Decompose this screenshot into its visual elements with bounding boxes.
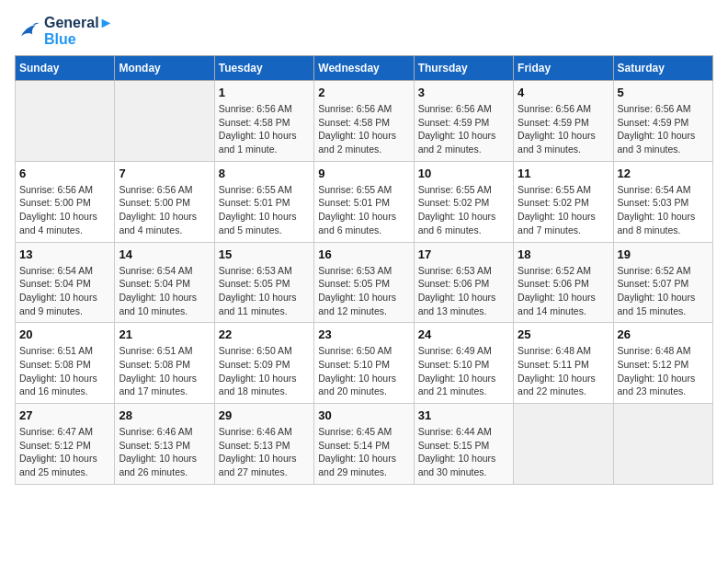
calendar-cell: 31Sunrise: 6:44 AMSunset: 5:15 PMDayligh… [414,404,513,485]
day-info: Sunrise: 6:55 AMSunset: 5:02 PMDaylight:… [518,183,609,237]
day-info: Sunrise: 6:48 AMSunset: 5:11 PMDaylight:… [518,344,609,398]
day-number: 26 [618,327,709,341]
day-info: Sunrise: 6:55 AMSunset: 5:02 PMDaylight:… [418,183,509,237]
day-info: Sunrise: 6:48 AMSunset: 5:12 PMDaylight:… [618,344,709,398]
day-info: Sunrise: 6:50 AMSunset: 5:09 PMDaylight:… [219,344,310,398]
day-number: 27 [19,408,110,422]
calendar-cell [613,404,712,485]
calendar-cell: 24Sunrise: 6:49 AMSunset: 5:10 PMDayligh… [414,323,513,404]
calendar-cell: 15Sunrise: 6:53 AMSunset: 5:05 PMDayligh… [214,242,313,323]
day-info: Sunrise: 6:54 AMSunset: 5:03 PMDaylight:… [618,183,709,237]
day-info: Sunrise: 6:46 AMSunset: 5:13 PMDaylight:… [219,425,310,479]
day-number: 28 [119,408,210,422]
logo-line2: Blue [44,31,113,48]
day-number: 24 [418,327,509,341]
calendar-cell: 22Sunrise: 6:50 AMSunset: 5:09 PMDayligh… [214,323,313,404]
calendar-cell: 26Sunrise: 6:48 AMSunset: 5:12 PMDayligh… [613,323,712,404]
day-number: 14 [119,247,210,261]
day-number: 6 [19,167,110,180]
day-info: Sunrise: 6:56 AMSunset: 5:00 PMDaylight:… [119,183,210,237]
day-info: Sunrise: 6:52 AMSunset: 5:06 PMDaylight:… [518,264,609,318]
day-number: 5 [618,86,709,99]
day-number: 12 [618,167,709,180]
day-number: 21 [119,327,210,341]
day-number: 11 [518,167,609,180]
day-info: Sunrise: 6:51 AMSunset: 5:08 PMDaylight:… [19,344,110,398]
day-number: 3 [418,86,509,99]
calendar-cell [514,404,613,485]
day-of-week-header: Saturday [613,56,712,81]
day-number: 30 [318,408,409,422]
day-info: Sunrise: 6:52 AMSunset: 5:07 PMDaylight:… [618,264,709,318]
day-number: 16 [318,247,409,261]
day-info: Sunrise: 6:55 AMSunset: 5:01 PMDaylight:… [219,183,310,237]
calendar-cell: 23Sunrise: 6:50 AMSunset: 5:10 PMDayligh… [314,323,414,404]
day-number: 10 [418,167,509,180]
day-info: Sunrise: 6:54 AMSunset: 5:04 PMDaylight:… [119,264,210,318]
day-number: 25 [518,327,609,341]
day-of-week-header: Wednesday [314,56,414,81]
calendar-cell: 19Sunrise: 6:52 AMSunset: 5:07 PMDayligh… [613,242,712,323]
calendar-week-row: 6Sunrise: 6:56 AMSunset: 5:00 PMDaylight… [16,161,713,242]
day-info: Sunrise: 6:54 AMSunset: 5:04 PMDaylight:… [19,264,110,318]
page-header: General► Blue [15,15,713,48]
day-number: 23 [318,327,409,341]
days-of-week-row: SundayMondayTuesdayWednesdayThursdayFrid… [16,56,713,81]
day-number: 7 [119,167,210,180]
day-of-week-header: Monday [115,56,214,81]
day-info: Sunrise: 6:56 AMSunset: 4:59 PMDaylight:… [518,102,609,156]
logo-icon [15,18,40,44]
calendar-cell: 28Sunrise: 6:46 AMSunset: 5:13 PMDayligh… [115,404,214,485]
day-info: Sunrise: 6:56 AMSunset: 5:00 PMDaylight:… [19,183,110,237]
day-info: Sunrise: 6:56 AMSunset: 4:59 PMDaylight:… [618,102,709,156]
day-info: Sunrise: 6:55 AMSunset: 5:01 PMDaylight:… [318,183,409,237]
calendar-week-row: 27Sunrise: 6:47 AMSunset: 5:12 PMDayligh… [16,404,713,485]
calendar-cell: 27Sunrise: 6:47 AMSunset: 5:12 PMDayligh… [16,404,115,485]
calendar-cell: 16Sunrise: 6:53 AMSunset: 5:05 PMDayligh… [314,242,414,323]
calendar-cell [16,81,115,162]
logo-line1: General► [44,15,113,31]
calendar-cell: 21Sunrise: 6:51 AMSunset: 5:08 PMDayligh… [115,323,214,404]
day-number: 1 [219,86,310,99]
day-info: Sunrise: 6:56 AMSunset: 4:58 PMDaylight:… [318,102,409,156]
day-info: Sunrise: 6:56 AMSunset: 4:59 PMDaylight:… [418,102,509,156]
day-of-week-header: Sunday [16,56,115,81]
calendar-cell: 17Sunrise: 6:53 AMSunset: 5:06 PMDayligh… [414,242,513,323]
calendar-body: 1Sunrise: 6:56 AMSunset: 4:58 PMDaylight… [16,81,713,485]
calendar-cell: 29Sunrise: 6:46 AMSunset: 5:13 PMDayligh… [214,404,313,485]
calendar-week-row: 20Sunrise: 6:51 AMSunset: 5:08 PMDayligh… [16,323,713,404]
calendar-cell: 4Sunrise: 6:56 AMSunset: 4:59 PMDaylight… [514,81,613,162]
day-of-week-header: Friday [514,56,613,81]
day-info: Sunrise: 6:47 AMSunset: 5:12 PMDaylight:… [19,425,110,479]
calendar-cell: 25Sunrise: 6:48 AMSunset: 5:11 PMDayligh… [514,323,613,404]
day-number: 2 [318,86,409,99]
calendar-week-row: 13Sunrise: 6:54 AMSunset: 5:04 PMDayligh… [16,242,713,323]
day-number: 22 [219,327,310,341]
day-info: Sunrise: 6:45 AMSunset: 5:14 PMDaylight:… [318,425,409,479]
day-of-week-header: Thursday [414,56,513,81]
calendar-cell: 6Sunrise: 6:56 AMSunset: 5:00 PMDaylight… [16,161,115,242]
calendar-cell: 14Sunrise: 6:54 AMSunset: 5:04 PMDayligh… [115,242,214,323]
calendar-cell: 8Sunrise: 6:55 AMSunset: 5:01 PMDaylight… [214,161,313,242]
day-number: 31 [418,408,509,422]
day-info: Sunrise: 6:44 AMSunset: 5:15 PMDaylight:… [418,425,509,479]
calendar-cell: 5Sunrise: 6:56 AMSunset: 4:59 PMDaylight… [613,81,712,162]
day-info: Sunrise: 6:53 AMSunset: 5:05 PMDaylight:… [219,264,310,318]
calendar-cell [115,81,214,162]
day-info: Sunrise: 6:56 AMSunset: 4:58 PMDaylight:… [219,102,310,156]
calendar-cell: 11Sunrise: 6:55 AMSunset: 5:02 PMDayligh… [514,161,613,242]
calendar-table: SundayMondayTuesdayWednesdayThursdayFrid… [15,55,713,485]
calendar-cell: 20Sunrise: 6:51 AMSunset: 5:08 PMDayligh… [16,323,115,404]
day-info: Sunrise: 6:53 AMSunset: 5:06 PMDaylight:… [418,264,509,318]
day-of-week-header: Tuesday [214,56,313,81]
day-info: Sunrise: 6:53 AMSunset: 5:05 PMDaylight:… [318,264,409,318]
day-number: 15 [219,247,310,261]
day-number: 20 [19,327,110,341]
day-info: Sunrise: 6:46 AMSunset: 5:13 PMDaylight:… [119,425,210,479]
day-number: 4 [518,86,609,99]
calendar-cell: 10Sunrise: 6:55 AMSunset: 5:02 PMDayligh… [414,161,513,242]
day-info: Sunrise: 6:51 AMSunset: 5:08 PMDaylight:… [119,344,210,398]
calendar-cell: 7Sunrise: 6:56 AMSunset: 5:00 PMDaylight… [115,161,214,242]
calendar-cell: 1Sunrise: 6:56 AMSunset: 4:58 PMDaylight… [214,81,313,162]
day-number: 8 [219,167,310,180]
